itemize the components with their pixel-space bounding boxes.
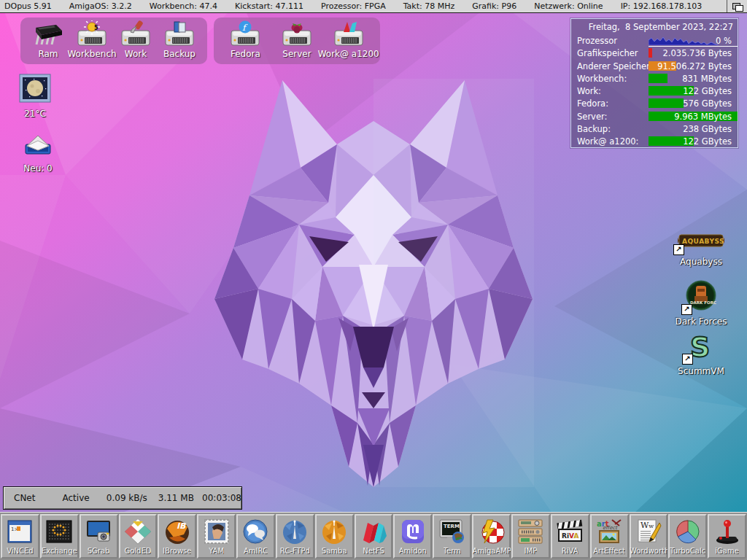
desktop-icon-label: 21°C <box>24 109 46 119</box>
link-arrow-icon: ↗ <box>682 354 693 365</box>
app-button-amigaamp[interactable]: AmigaAMP <box>472 514 511 559</box>
ww-pen-icon: Ww <box>635 517 662 546</box>
dark-forces-icon: DARK FORCES↗ <box>686 280 716 314</box>
dock-item-work-a1200[interactable]: Work@ a1200 <box>324 20 373 59</box>
link-arrow-icon: ↗ <box>681 304 692 315</box>
titlebar-info: DOpus 5.91AmigaOS: 3.2.2Workbench: 47.4K… <box>0 1 702 11</box>
scummvm-icon: S↗ <box>686 332 716 363</box>
app-button-turbocalc[interactable]: TurboCalc <box>668 514 707 559</box>
monitor-date-header: Freitag, 8 September 2023, 22:27 <box>576 21 733 35</box>
monitor-row-value: 122 GBytes <box>683 85 732 97</box>
clapperboard-icon: RiVA <box>555 517 584 546</box>
app-button-amirc[interactable]: AmIRC <box>236 514 275 559</box>
monitor-row: Fedora: 576 GBytes <box>576 98 733 110</box>
app-button-yam[interactable]: YAM <box>197 514 236 559</box>
monitor-row-label: Work: <box>577 85 601 97</box>
app-button-golded[interactable]: GoldED <box>119 514 158 559</box>
app-button-label: Exchange <box>42 547 77 555</box>
app-button-samba[interactable]: Samba <box>315 514 354 559</box>
monitor-row-value: 831 MBytes <box>682 73 732 85</box>
app-button-label: AmIRC <box>244 547 268 555</box>
cnet-uptime: 00:03:08 <box>202 493 241 503</box>
dock-item-backup[interactable]: Backup <box>159 20 200 59</box>
monitor-row: Workbench: 831 MBytes <box>576 73 733 85</box>
app-button-label: RiVA <box>562 547 578 555</box>
app-button-ibrowse[interactable]: IBIBrowse <box>158 514 196 559</box>
system-monitor-panel[interactable]: Freitag, 8 September 2023, 22:27 Prozess… <box>570 18 738 148</box>
desktop-icon-label: ScummVM <box>678 366 724 376</box>
app-button-label: Wordworth <box>630 547 667 555</box>
svg-text:effect: effect <box>603 525 618 531</box>
dock-item-fedora[interactable]: fFedora <box>221 20 270 59</box>
monitor-row-value: 122 GBytes <box>683 136 732 147</box>
usage-bar <box>649 98 684 108</box>
svg-text:TERM: TERM <box>444 524 460 529</box>
app-button-term[interactable]: TERM Term <box>433 514 471 559</box>
monitor-row: Work: 122 GBytes <box>576 85 733 98</box>
app-button-amidon[interactable]: Amidon <box>393 514 432 559</box>
depth-gadget[interactable] <box>727 0 747 12</box>
shortcut-dark-forces[interactable]: DARK FORCES↗Dark Forces <box>675 280 727 327</box>
titlebar-info-item: AmigaOS: 3.2.2 <box>69 1 132 11</box>
app-button-igame[interactable]: iGame <box>708 514 746 559</box>
svg-text:IB: IB <box>177 521 187 531</box>
app-button-wordworth[interactable]: Ww Wordworth <box>630 514 668 559</box>
app-button-sgrab[interactable]: SGrab <box>80 514 118 559</box>
stereo-rack-icon <box>516 517 544 546</box>
monitor-row: Work@ a1200: 122 GBytes <box>576 136 733 148</box>
mail-icon-item[interactable]: Neu: 0 <box>18 133 58 174</box>
wolf-artwork <box>213 79 534 487</box>
app-button-rc-ftpd[interactable]: RC-FTPd <box>276 514 314 559</box>
dock-item-workbench[interactable]: 5Workbench <box>71 20 112 59</box>
dock-item-server[interactable]: Server <box>273 20 322 59</box>
orange-globe-antenna-icon <box>320 517 348 546</box>
monitor-row-value: 238 GBytes <box>683 123 732 135</box>
dock-item-label: Work@ a1200 <box>318 49 379 59</box>
moon-icon <box>19 74 51 106</box>
chat-bubbles-icon <box>241 517 269 546</box>
mail-tray-icon <box>21 133 55 160</box>
ribbon-n-icon <box>359 517 388 546</box>
svg-text:5: 5 <box>94 25 98 31</box>
app-button-label: GoldED <box>124 547 151 555</box>
app-button-label: RC-FTPd <box>280 547 310 555</box>
boing-ball-bolt-icon <box>477 517 506 546</box>
link-arrow-icon: ↗ <box>673 244 684 255</box>
joystick-icon <box>713 517 742 546</box>
app-button-riva[interactable]: RiVARiVA <box>551 514 589 559</box>
shortcut-aquabyss[interactable]: AQUABYSS↗Aquabyss <box>675 232 727 267</box>
monitor-row: Server: 9.963 MBytes <box>576 111 733 123</box>
svg-text:RiVA: RiVA <box>562 532 578 540</box>
app-button-exchange[interactable]: Exchange <box>40 514 79 559</box>
led-grid-icon <box>45 517 73 546</box>
monitor-row-value: 2.035.736 Bytes <box>663 47 732 59</box>
app-button-vinced[interactable]: 1>ViNCEd <box>1 514 39 559</box>
svg-text:S: S <box>690 332 710 360</box>
svg-text:AQUABYSS: AQUABYSS <box>682 238 724 245</box>
cnet-name: CNet <box>14 493 63 503</box>
disk-fedora-icon: f <box>229 20 261 48</box>
monitor-row-label: Prozessor <box>577 35 617 47</box>
app-button-netfs[interactable]: NetFS <box>355 514 393 559</box>
dock-item-label: Workbench <box>67 49 116 59</box>
dock-item-label: Server <box>282 49 311 59</box>
dock-item-label: Work <box>125 49 147 59</box>
monitor-row-label: Grafikspeicher <box>577 47 638 59</box>
shortcut-scummvm[interactable]: S↗ScummVM <box>675 332 727 376</box>
dock-item-ram[interactable]: Ram <box>28 20 69 59</box>
desktop-icon-label: Dark Forces <box>675 316 727 327</box>
cnet-status-window[interactable]: CNet Active 0.09 kB/s 3.11 MB 00:03:08 <box>3 486 242 510</box>
monitor-row-label: Server: <box>577 111 607 122</box>
monitor-row-value: 9.963 MBytes <box>674 111 732 122</box>
aquabyss-banner-icon: AQUABYSS↗ <box>678 232 724 254</box>
app-button-label: Amidon <box>399 547 427 555</box>
app-button-imp[interactable]: IMP <box>511 514 550 559</box>
dock-item-work[interactable]: Work <box>115 20 156 59</box>
monitor-row: Backup:238 GBytes <box>576 123 733 136</box>
ram-chip-icon <box>31 20 65 48</box>
monitor-row-label: Work@ a1200: <box>577 136 638 147</box>
app-button-arteffect[interactable]: art effect ArtEffect <box>590 514 629 559</box>
disk-books-icon <box>163 20 196 48</box>
weather-moon-icon-item[interactable]: 21°C <box>15 74 55 119</box>
app-button-label: YAM <box>209 547 224 555</box>
